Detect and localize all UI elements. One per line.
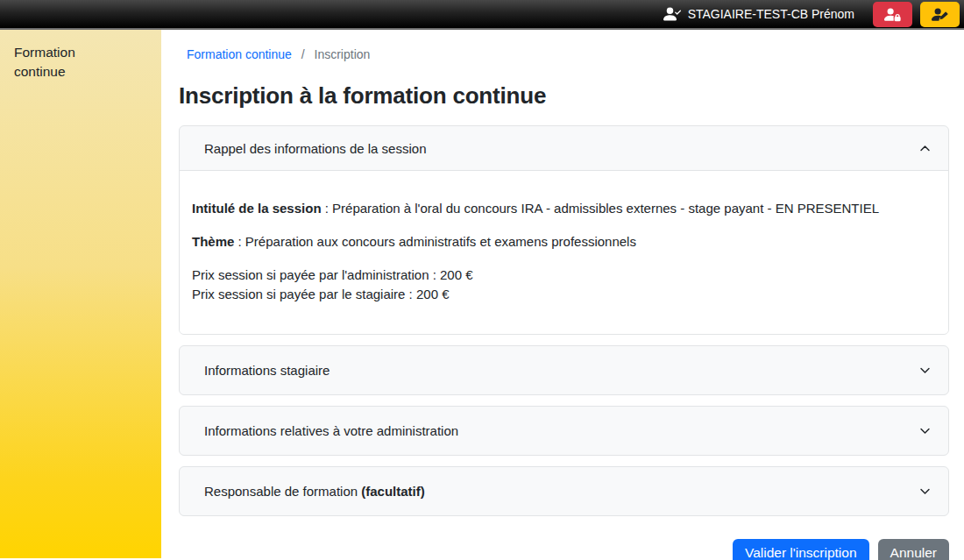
session-theme-value: : Préparation aux concours administratif… <box>234 234 636 249</box>
accordion-panel-administration: Informations relatives à votre administr… <box>179 406 949 456</box>
accordion-header-session-label: Rappel des informations de la session <box>204 141 426 156</box>
breadcrumb-link-formation-continue[interactable]: Formation continue <box>187 47 292 61</box>
accordion-panel-stagiaire: Informations stagiaire <box>179 345 949 395</box>
accordion-header-session[interactable]: Rappel des informations de la session <box>180 126 948 170</box>
cancel-button[interactable]: Annuler <box>878 539 949 560</box>
session-price-admin: Prix session si payée par l'administrati… <box>192 267 473 282</box>
sidebar: Formation continue <box>0 30 161 558</box>
accordion-header-administration-label: Informations relatives à votre administr… <box>204 423 458 438</box>
chevron-down-icon <box>919 486 931 497</box>
user-menu[interactable]: STAGIAIRE-TEST-CB Prénom <box>663 5 854 23</box>
session-intitule-label: Intitulé de la session <box>192 201 322 216</box>
person-lock-icon <box>884 6 901 23</box>
accordion-header-responsable[interactable]: Responsable de formation (facultatif) <box>180 467 948 515</box>
breadcrumb: Formation continue / Inscription <box>187 47 949 61</box>
accordion-header-stagiaire-label: Informations stagiaire <box>204 363 330 378</box>
chevron-up-icon <box>919 143 931 154</box>
chevron-down-icon <box>919 425 931 436</box>
responsable-label-facultatif: (facultatif) <box>361 484 425 499</box>
accordion-panel-responsable: Responsable de formation (facultatif) <box>179 466 949 516</box>
accordion-header-administration[interactable]: Informations relatives à votre administr… <box>180 407 948 455</box>
person-check-icon <box>663 5 681 23</box>
form-actions: Valider l'inscription Annuler <box>179 539 949 560</box>
responsable-label-text: Responsable de formation <box>204 484 361 499</box>
session-theme-label: Thème <box>192 234 234 249</box>
main-content: Formation continue / Inscription Inscrip… <box>161 30 964 558</box>
accordion-body-session: Intitulé de la session : Préparation à l… <box>180 170 948 334</box>
breadcrumb-separator: / <box>301 47 305 61</box>
person-edit-icon <box>932 6 948 23</box>
chevron-down-icon <box>919 365 931 376</box>
session-intitule-line: Intitulé de la session : Préparation à l… <box>192 199 936 218</box>
submit-inscription-button[interactable]: Valider l'inscription <box>733 539 869 560</box>
session-intitule-value: : Préparation à l'oral du concours IRA -… <box>322 201 879 216</box>
accordion-header-stagiaire[interactable]: Informations stagiaire <box>180 346 948 394</box>
lock-account-button[interactable] <box>873 2 912 27</box>
session-theme-line: Thème : Préparation aux concours adminis… <box>192 232 936 252</box>
breadcrumb-current: Inscription <box>315 47 371 61</box>
user-label: STAGIAIRE-TEST-CB Prénom <box>688 7 854 21</box>
session-price-stagiaire: Prix session si payée par le stagiaire :… <box>192 287 450 301</box>
sidebar-item-formation-continue[interactable]: Formation continue <box>14 43 109 82</box>
edit-profile-button[interactable] <box>920 2 960 27</box>
session-prices: Prix session si payée par l'administrati… <box>192 266 936 304</box>
accordion-header-responsable-label: Responsable de formation (facultatif) <box>204 484 425 499</box>
page-title: Inscription à la formation continue <box>179 82 949 110</box>
page-layout: Formation continue Formation continue / … <box>0 30 964 558</box>
topbar: STAGIAIRE-TEST-CB Prénom <box>0 0 964 30</box>
accordion-panel-session: Rappel des informations de la session In… <box>179 125 949 335</box>
